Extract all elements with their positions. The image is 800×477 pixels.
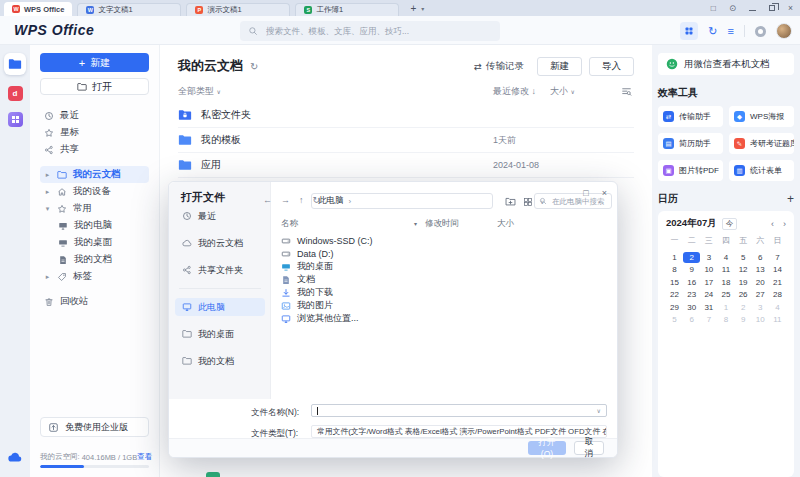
window-layout-icon[interactable]: □ xyxy=(711,3,716,13)
cloud-view-link[interactable]: 查看 xyxy=(137,452,152,462)
sidebar-item-trash[interactable]: 回收站 xyxy=(40,293,149,310)
up-icon[interactable]: ↑ xyxy=(299,195,304,205)
dialog-nav-item[interactable]: 我的文档 xyxy=(175,352,265,370)
sort-modified-header[interactable]: 最近修改 ↓ xyxy=(493,85,536,98)
calendar-day[interactable]: 5 xyxy=(735,252,752,264)
tool-card[interactable]: ▤ 简历助手 xyxy=(658,133,723,154)
minimize-button[interactable] xyxy=(749,10,756,11)
rail-cloud-button[interactable] xyxy=(7,447,23,465)
calendar-day[interactable]: 8 xyxy=(717,314,734,326)
dialog-nav-item[interactable]: 我的桌面 xyxy=(175,325,265,343)
sidebar-tree-item[interactable]: ▸ 我的云文档 xyxy=(40,166,149,183)
dialog-file-row[interactable]: 浏览其他位置... xyxy=(273,312,611,325)
wechat-banner[interactable]: 用微信查看本机文档 xyxy=(658,53,794,75)
search-input[interactable] xyxy=(264,25,492,37)
calendar-day[interactable]: 7 xyxy=(700,314,717,326)
calendar-day[interactable]: 12 xyxy=(735,264,752,276)
global-search[interactable] xyxy=(240,21,500,41)
calendar-day[interactable]: 19 xyxy=(735,277,752,289)
calendar-day[interactable]: 9 xyxy=(735,314,752,326)
open-file-button[interactable]: 打开 xyxy=(40,78,149,95)
calendar-day[interactable]: 3 xyxy=(752,302,769,314)
calendar-day[interactable]: 28 xyxy=(769,289,786,301)
calendar-day[interactable]: 22 xyxy=(666,289,683,301)
sidebar-item[interactable]: 星标 xyxy=(40,124,149,141)
calendar-day[interactable]: 2 xyxy=(735,302,752,314)
sidebar-tree-item[interactable]: ▾ 常用 xyxy=(40,200,149,217)
calendar-day[interactable]: 7 xyxy=(769,252,786,264)
calendar-day[interactable]: 31 xyxy=(700,302,717,314)
filetype-dropdown[interactable]: 常用文件(文字/Word格式 表格/Excel格式 演示/PowerPoint格… xyxy=(311,425,607,438)
dialog-file-row[interactable]: 我的图片 xyxy=(273,299,611,312)
calendar-today-button[interactable]: 今 xyxy=(722,218,738,230)
close-button[interactable]: × xyxy=(788,3,793,13)
dialog-close-button[interactable]: × xyxy=(602,188,607,198)
calendar-day[interactable]: 4 xyxy=(717,252,734,264)
type-filter-dropdown[interactable]: 全部类型 ∨ xyxy=(178,85,221,98)
tool-card[interactable]: ▣ 图片转PDF xyxy=(658,160,723,181)
sync-icon[interactable]: ↻ xyxy=(708,25,717,38)
calendar-day[interactable]: 1 xyxy=(717,302,734,314)
calendar-day[interactable]: 21 xyxy=(769,277,786,289)
calendar-day[interactable]: 6 xyxy=(683,314,700,326)
tool-card[interactable]: ◆ WPS海报 xyxy=(729,106,794,127)
tree-arrow-icon[interactable]: ▸ xyxy=(44,273,51,281)
calendar-day[interactable]: 26 xyxy=(735,289,752,301)
calendar-day[interactable]: 15 xyxy=(666,277,683,289)
calendar-day[interactable]: 1 xyxy=(666,252,683,264)
calendar-day[interactable]: 30 xyxy=(683,302,700,314)
enterprise-upgrade-button[interactable]: 免费使用企业版 xyxy=(40,417,149,437)
app-tab[interactable]: W 文字文稿1 xyxy=(77,3,181,16)
calendar-day[interactable]: 5 xyxy=(666,314,683,326)
sidebar-item[interactable]: 最近 xyxy=(40,107,149,124)
calendar-day[interactable]: 4 xyxy=(769,302,786,314)
tree-arrow-icon[interactable]: ▸ xyxy=(44,171,51,179)
sidebar-item[interactable]: 共享 xyxy=(40,141,149,158)
menu-icon[interactable]: ≡ xyxy=(728,25,734,37)
dialog-open-button[interactable]: 打开(O) xyxy=(528,441,566,455)
new-document-button[interactable]: + 新建 xyxy=(40,53,149,72)
dialog-file-row[interactable]: 我的下载 xyxy=(273,286,611,299)
rail-docs-button[interactable] xyxy=(4,53,26,75)
calendar-day[interactable]: 6 xyxy=(752,252,769,264)
dialog-nav-item[interactable]: 此电脑 xyxy=(175,298,265,316)
dialog-cancel-button[interactable]: 取消 xyxy=(574,441,604,455)
rail-apps-button[interactable] xyxy=(8,112,23,127)
calendar-day[interactable]: 10 xyxy=(700,264,717,276)
address-bar[interactable]: 此电脑 › xyxy=(311,193,493,209)
col-time-header[interactable]: 修改时间 xyxy=(425,218,459,230)
list-settings-button[interactable] xyxy=(621,85,632,96)
calendar-day[interactable]: 13 xyxy=(752,264,769,276)
restore-button[interactable] xyxy=(769,5,775,11)
calendar-day[interactable]: 9 xyxy=(683,264,700,276)
app-tab[interactable]: S 工作簿1 xyxy=(295,3,399,16)
app-tab[interactable]: P 演示文稿1 xyxy=(186,3,290,16)
col-name-header[interactable]: 名称 xyxy=(281,218,298,228)
main-new-button[interactable]: 新建 xyxy=(537,57,582,76)
calendar-day[interactable]: 23 xyxy=(683,289,700,301)
calendar-day[interactable]: 2 xyxy=(683,252,700,264)
apps-grid-button[interactable] xyxy=(680,22,698,40)
dialog-nav-item[interactable]: 我的云文档 xyxy=(175,234,265,252)
theme-toggle-icon[interactable] xyxy=(755,26,766,37)
calendar-day[interactable]: 24 xyxy=(700,289,717,301)
dialog-nav-item[interactable]: 共享文件夹 xyxy=(175,261,265,279)
sidebar-tree-item[interactable]: ▸ 我的设备 xyxy=(40,183,149,200)
calendar-day[interactable]: 29 xyxy=(666,302,683,314)
refresh-icon[interactable]: ↻ xyxy=(250,61,258,72)
new-tab-button[interactable]: + ▾ xyxy=(410,3,424,14)
dialog-file-row[interactable]: 文档 xyxy=(273,273,611,286)
calendar-day[interactable]: 11 xyxy=(769,314,786,326)
calendar-prev-icon[interactable]: ‹ xyxy=(771,219,774,229)
calendar-day[interactable]: 20 xyxy=(752,277,769,289)
calendar-day[interactable]: 14 xyxy=(769,264,786,276)
dialog-nav-item[interactable]: 最近 xyxy=(175,207,265,225)
calendar-day[interactable]: 16 xyxy=(683,277,700,289)
sidebar-tree-child[interactable]: 我的电脑 xyxy=(40,217,149,234)
calendar-day[interactable]: 8 xyxy=(666,264,683,276)
settings-icon[interactable]: ⊙ xyxy=(729,3,736,13)
dialog-file-row[interactable]: Data (D:) xyxy=(273,247,611,260)
tree-arrow-icon[interactable]: ▸ xyxy=(44,188,51,196)
calendar-day[interactable]: 18 xyxy=(717,277,734,289)
file-row[interactable]: 我的模板 1天前 xyxy=(178,128,634,153)
